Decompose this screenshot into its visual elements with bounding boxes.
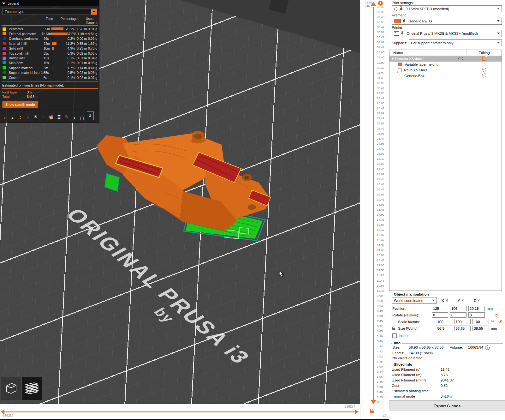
sliced-info-group: Sliced Info Used Filament (g)11.48Used F… <box>391 365 503 403</box>
print-settings-value: 0.15mm SPEED (modified) <box>406 7 449 11</box>
layer-tick-labels: 38.4837.9937.4836.9836.4735.9935.4234.91… <box>376 4 384 405</box>
object-row-selected[interactable]: Hemera XS duct 1 <box>389 56 502 62</box>
input-x[interactable] <box>432 306 448 311</box>
feature-time: 35s <box>44 51 52 55</box>
tool-changes-icon[interactable]: ⇩ <box>40 113 47 120</box>
manipulation-label: Size [World]: <box>391 327 436 330</box>
unlock-icon[interactable] <box>370 411 374 413</box>
editing-cell[interactable] <box>467 57 502 61</box>
input-y[interactable] <box>454 319 471 324</box>
layer-slider[interactable]: 38.55 (465) + 38.4837.9937.4836.9836.473… <box>360 0 389 420</box>
eye-icon <box>458 57 463 60</box>
travel-icon[interactable]: ⌖ <box>2 113 8 120</box>
percentage-bar-fill <box>52 76 52 79</box>
shells-icon[interactable]: ▢ <box>79 113 85 120</box>
edit-object-icon <box>482 57 486 61</box>
moves-slider-right-thumb[interactable] <box>355 409 359 414</box>
object-child-row[interactable]: Revo XS Duct <box>389 67 502 73</box>
manipulation-row: Size [World]:mm <box>391 325 503 332</box>
input-x[interactable] <box>436 319 452 324</box>
filament-combo[interactable]: Generic PETG <box>392 18 502 25</box>
preview-view-button[interactable] <box>22 377 42 400</box>
info-circle-icon[interactable]: ! <box>485 345 490 350</box>
facets-label: Facets: <box>391 351 409 355</box>
layer-tick-label: 13.42 <box>376 258 384 263</box>
feature-grams: 1.67 g <box>87 42 97 45</box>
tick-marks-right <box>375 8 375 400</box>
feature-color-swatch <box>2 27 6 31</box>
percentage-bar <box>52 52 66 55</box>
moves-slider-left-thumb[interactable] <box>1 409 4 414</box>
export-gcode-button[interactable]: Export G-code <box>389 400 505 411</box>
supports-dropdown[interactable]: For support enforcers only <box>409 39 502 46</box>
sliced-value: 3.76 <box>441 373 448 377</box>
percentage-bar <box>52 76 66 79</box>
moves-slider-track[interactable] <box>4 411 355 412</box>
input-y[interactable] <box>450 312 466 318</box>
input-y[interactable] <box>454 326 471 331</box>
visibility-cell[interactable] <box>454 57 467 61</box>
layer-slider-track[interactable] <box>373 7 374 400</box>
dropdown-button[interactable] <box>91 9 97 15</box>
feature-time: 16s <box>44 61 52 65</box>
legend-header[interactable]: Legend <box>0 0 99 6</box>
percentage-bar <box>52 57 66 60</box>
reset-icon[interactable]: ↺ <box>494 313 499 318</box>
input-x[interactable] <box>432 312 448 318</box>
coordinates-dropdown[interactable]: World coordinates <box>392 297 437 304</box>
print-settings-combo[interactable]: 0.15mm SPEED (modified) <box>392 5 502 12</box>
editing-header: Editing <box>467 51 502 55</box>
input-x[interactable] <box>436 326 452 331</box>
unit-label: % <box>491 320 498 324</box>
feature-percentage: 0.2% <box>66 37 75 40</box>
input-z[interactable] <box>468 312 485 318</box>
feature-color-swatch <box>2 61 6 65</box>
settings-cell[interactable] <box>467 68 502 73</box>
first-layer-value: 3m <box>27 90 32 94</box>
reset-icon[interactable]: ↺ <box>498 319 503 324</box>
retractions-icon[interactable]: ▲ ▲ <box>17 113 23 120</box>
slider-settings-gear-icon[interactable] <box>383 414 388 419</box>
settings-cell[interactable] <box>467 73 502 78</box>
icon-underline <box>56 120 61 121</box>
feature-grams: 0.41 g <box>87 66 97 70</box>
input-y[interactable] <box>450 306 466 311</box>
layer-tick-label: 28.93 <box>376 101 384 106</box>
wipe-icon[interactable]: ◕ <box>9 113 16 120</box>
show-stealth-mode-button[interactable]: Show stealth mode <box>2 101 38 108</box>
feature-grams: 3.91 g <box>87 27 97 31</box>
feature-percentage: 0.1% <box>66 76 75 80</box>
view-type-dropdown[interactable]: Feature type <box>2 9 97 15</box>
sliced-value: 9041.37 <box>441 378 454 382</box>
object-child-row[interactable]: Variable layer height <box>389 62 502 67</box>
inches-checkbox[interactable] <box>392 333 397 338</box>
custom-gcode-icon[interactable]: ✎ <box>63 113 70 120</box>
layer-tick-label: 0.98 <box>376 385 384 390</box>
input-z[interactable] <box>472 319 489 324</box>
icon-underline <box>64 120 69 121</box>
editor-view-button[interactable] <box>1 377 21 400</box>
object-child-row[interactable]: Generic-Box <box>389 73 502 79</box>
percentage-bar <box>51 33 67 35</box>
percentage-bar <box>51 27 66 30</box>
feature-label: Skirt/Brim <box>9 61 44 65</box>
gear-icon <box>482 73 486 78</box>
legend-column-headers: Time Percentage Used filament <box>0 16 99 25</box>
legend-row: Custom6s0.1%0.02 m0.07 g <box>0 75 99 80</box>
icon-underline <box>49 120 54 121</box>
seams-icon[interactable]: ✳ <box>33 113 39 120</box>
part-icon <box>398 68 402 72</box>
pause-prints-icon[interactable] <box>56 113 62 120</box>
moves-slider[interactable]: 336269 336277 <box>0 404 360 419</box>
printer-combo[interactable]: Original Prusa i3 MK3S & MK3S+ (modified… <box>392 30 502 37</box>
deretractions-icon[interactable]: ▼ ▼ <box>25 113 31 120</box>
feature-label: Support material interface <box>9 71 44 75</box>
object-name: Hemera XS duct 1 <box>395 57 454 61</box>
feature-label: Support material <box>9 66 44 70</box>
input-z[interactable] <box>468 306 485 311</box>
center-of-gravity-icon[interactable]: ◑ <box>71 113 78 120</box>
legend-pin-icon[interactable]: ⇩ <box>87 111 94 120</box>
color-changes-icon[interactable] <box>48 113 54 120</box>
input-z[interactable] <box>472 326 489 331</box>
sliced-model[interactable] <box>88 126 278 246</box>
